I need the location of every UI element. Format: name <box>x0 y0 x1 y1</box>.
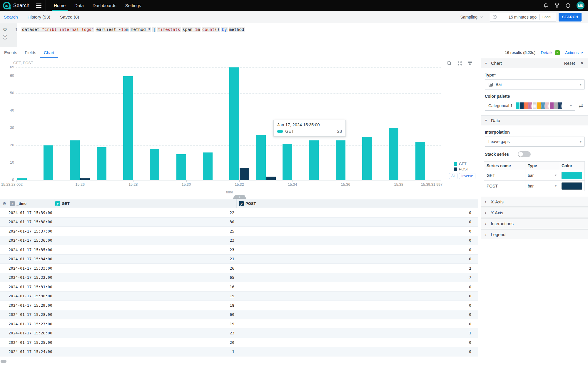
table-row[interactable]: 2024-01-17 15:38:00300 <box>0 218 478 227</box>
table-row[interactable]: 2024-01-17 15:24:0010 <box>0 347 478 357</box>
series-type-select[interactable]: bar▾ <box>525 181 559 191</box>
column-label: _time <box>16 201 26 206</box>
x-axis-tick <box>80 180 80 182</box>
tab-chart[interactable]: Chart <box>40 47 58 58</box>
bar-get-15:32[interactable] <box>229 67 239 180</box>
query-tokens[interactable]: dataset="cribl_internal_logs"earliest=-1… <box>21 27 246 32</box>
bar-get-15:39[interactable] <box>415 142 425 180</box>
bar-get-15:37[interactable] <box>362 137 372 180</box>
bar-get-15:31[interactable] <box>203 152 213 180</box>
nav-item-data[interactable]: Data <box>70 0 88 11</box>
bar-get-15:30[interactable] <box>176 154 186 180</box>
close-icon[interactable]: ✕ <box>580 61 584 66</box>
panel-header[interactable]: ▾ Chart Reset ✕ <box>481 58 588 68</box>
series-table: Series nameTypeColorGETbar▾POSTbar▾ <box>484 161 585 191</box>
palette-swatch <box>516 102 519 109</box>
column-header-_time[interactable]: x_time <box>9 199 54 208</box>
reset-button[interactable]: Reset <box>564 61 575 66</box>
nav-item-dashboards[interactable]: Dashboards <box>88 0 121 11</box>
data-section-header[interactable]: ▾ Data <box>481 115 588 125</box>
table-row[interactable]: 2024-01-17 15:28:00600 <box>0 310 478 320</box>
style-brush-icon[interactable] <box>467 60 473 66</box>
horizontal-scrollbar-thumb[interactable] <box>1 360 6 363</box>
notifications-icon[interactable] <box>543 3 548 8</box>
gridline <box>16 111 441 111</box>
table-row[interactable]: 2024-01-17 15:31:00160 <box>0 282 478 292</box>
bar-get-15:34[interactable] <box>283 144 292 180</box>
subtab-saved[interactable]: Saved (8) <box>60 14 79 19</box>
timezone-button[interactable]: Local <box>539 14 554 20</box>
series-type-select[interactable]: bar▾ <box>525 170 559 180</box>
bar-post-15:33[interactable] <box>266 177 276 180</box>
series-color-cell <box>559 170 584 180</box>
nav-item-settings[interactable]: Settings <box>121 0 146 11</box>
section-y-axis[interactable]: ›Y-Axis <box>481 208 588 218</box>
subtab-search[interactable]: Search <box>4 14 18 19</box>
series-color-swatch[interactable] <box>562 182 582 190</box>
avatar[interactable]: MS <box>577 1 584 9</box>
bar-post-15:32[interactable] <box>240 168 249 180</box>
git-branch-icon[interactable] <box>554 3 559 8</box>
bar-get-15:29[interactable] <box>150 149 159 180</box>
help-ball-icon[interactable] <box>565 3 571 8</box>
series-color-swatch[interactable] <box>562 172 582 179</box>
bar-post-15:26[interactable] <box>80 178 90 180</box>
table-row[interactable]: 2024-01-17 15:25:00200 <box>0 338 478 347</box>
zoom-out-icon[interactable] <box>446 60 452 66</box>
legend-all-button[interactable]: All <box>449 173 457 179</box>
bar-get-15:36[interactable] <box>336 140 345 180</box>
column-header-post[interactable]: yPOST <box>237 199 478 208</box>
details-link[interactable]: Details ✓ <box>541 50 560 55</box>
actions-dropdown[interactable]: Actions <box>565 50 583 55</box>
splitter-handle[interactable]: ▲ <box>233 195 246 199</box>
bar-get-15:38[interactable] <box>389 128 398 180</box>
stack-series-toggle[interactable] <box>518 151 531 157</box>
chart-type-select[interactable]: Bar ▾ <box>485 79 585 89</box>
query-editor[interactable]: ⚙ ? 1 dataset="cribl_internal_logs"earli… <box>0 23 588 47</box>
legend-inverse-button[interactable]: Inverse <box>459 173 475 179</box>
table-body: 2024-01-17 15:39:002202024-01-17 15:38:0… <box>0 208 478 356</box>
expand-icon[interactable] <box>457 60 462 66</box>
bar-get-15:28[interactable] <box>123 76 133 180</box>
table-row[interactable]: 2024-01-17 15:35:00230 <box>0 245 478 255</box>
time-range-picker[interactable]: 15 minutes ago Local <box>490 13 556 21</box>
color-palette-select[interactable]: Categorical 1 ▾ <box>485 101 575 111</box>
bar-get-15:33[interactable] <box>256 135 266 180</box>
bar-get-15:25[interactable] <box>44 145 53 180</box>
editor-settings-gear-icon[interactable]: ⚙ <box>2 26 8 32</box>
bar-get-15:24[interactable] <box>17 178 27 180</box>
legend-item-get[interactable]: GET <box>454 162 475 166</box>
bar-get-15:27[interactable] <box>97 147 106 180</box>
editor-help-icon[interactable]: ? <box>2 34 8 40</box>
table-row[interactable]: 2024-01-17 15:36:00230 <box>0 236 478 245</box>
details-check-icon: ✓ <box>555 50 560 55</box>
legend-item-post[interactable]: POST <box>454 167 475 171</box>
table-row[interactable]: 2024-01-17 15:37:00250 <box>0 227 478 236</box>
search-button[interactable]: SEARCH <box>559 13 582 21</box>
tab-fields[interactable]: Fields <box>21 47 40 58</box>
table-row[interactable]: 2024-01-17 15:26:00231 <box>0 329 478 338</box>
nav-item-home[interactable]: Home <box>49 0 70 11</box>
subtab-history[interactable]: History (93) <box>28 14 51 19</box>
section-interactions[interactable]: ›Interactions <box>481 218 588 228</box>
swap-palette-icon[interactable]: ⇄ <box>579 102 583 109</box>
tab-events[interactable]: Events <box>0 47 21 58</box>
bar-get-15:26[interactable] <box>70 140 80 180</box>
table-settings-gear-icon[interactable]: ⚙ <box>0 199 9 208</box>
series-header-series-name: Series name <box>484 162 525 170</box>
table-row[interactable]: 2024-01-17 15:27:00190 <box>0 319 478 329</box>
table-row[interactable]: 2024-01-17 15:34:00210 <box>0 255 478 264</box>
bar-get-15:35[interactable] <box>309 140 319 180</box>
column-header-get[interactable]: yGET <box>54 199 237 208</box>
hamburger-menu-icon[interactable] <box>36 4 41 8</box>
interpolation-select[interactable]: Leave gaps ▾ <box>485 137 585 147</box>
section-x-axis[interactable]: ›X-Axis <box>481 197 588 207</box>
table-row[interactable]: 2024-01-17 15:39:00220 <box>0 208 478 218</box>
cribl-logo-icon[interactable] <box>3 2 11 9</box>
sampling-dropdown[interactable]: Sampling <box>460 15 483 19</box>
table-row[interactable]: 2024-01-17 15:32:00657 <box>0 273 478 283</box>
table-row[interactable]: 2024-01-17 15:33:00262 <box>0 264 478 273</box>
table-row[interactable]: 2024-01-17 15:30:00150 <box>0 292 478 301</box>
section-legend[interactable]: ›Legend <box>481 229 588 239</box>
table-row[interactable]: 2024-01-17 15:29:00180 <box>0 301 478 310</box>
